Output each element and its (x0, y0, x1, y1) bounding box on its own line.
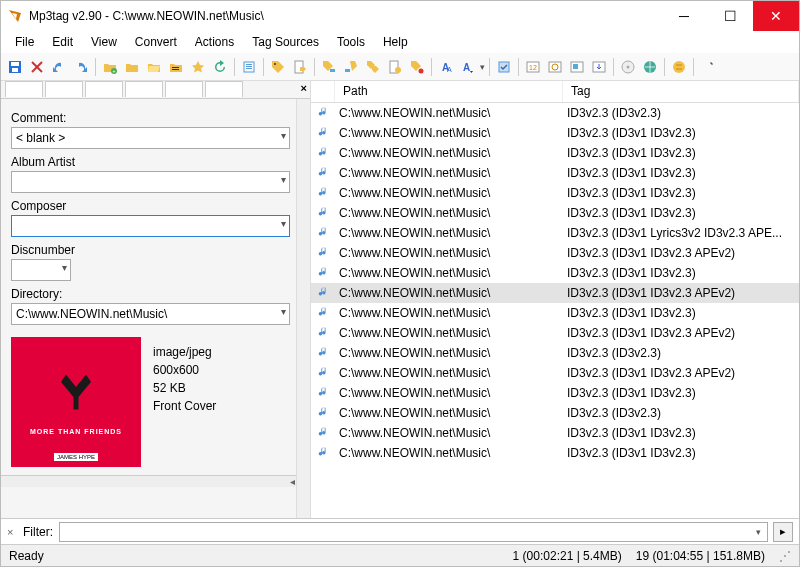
favorite-icon[interactable] (188, 57, 208, 77)
filter-input[interactable] (59, 522, 768, 542)
menu-tools[interactable]: Tools (329, 33, 373, 51)
extended-tags-icon[interactable] (494, 57, 514, 77)
actions-icon[interactable]: AA (436, 57, 456, 77)
filter-clear-icon[interactable]: × (7, 526, 17, 538)
file-row[interactable]: C:\www.NEOWIN.net\Music\ID3v2.3 (ID3v1 L… (311, 223, 799, 243)
file-row[interactable]: C:\www.NEOWIN.net\Music\ID3v2.3 (ID3v1 I… (311, 423, 799, 443)
col-path[interactable]: Path (335, 81, 563, 102)
directory-input[interactable] (11, 303, 290, 325)
tag-to-filename-icon[interactable] (319, 57, 339, 77)
music-file-icon (311, 326, 335, 341)
file-list[interactable]: C:\www.NEOWIN.net\Music\ID3v2.3 (ID3v2.3… (311, 103, 799, 518)
redo-icon[interactable] (71, 57, 91, 77)
file-row[interactable]: C:\www.NEOWIN.net\Music\ID3v2.3 (ID3v1 I… (311, 363, 799, 383)
playlist-icon[interactable] (166, 57, 186, 77)
file-row[interactable]: C:\www.NEOWIN.net\Music\ID3v2.3 (ID3v1 I… (311, 323, 799, 343)
file-row[interactable]: C:\www.NEOWIN.net\Music\ID3v2.3 (ID3v2.3… (311, 343, 799, 363)
minimize-button[interactable]: ─ (661, 1, 707, 31)
file-row[interactable]: C:\www.NEOWIN.net\Music\ID3v2.3 (ID3v1 I… (311, 443, 799, 463)
panel-scrollbar[interactable] (296, 99, 310, 518)
save-icon[interactable] (5, 57, 25, 77)
album-art[interactable]: MORE THAN FRIENDS JAMES HYPE (11, 337, 141, 467)
filename-to-tag-icon[interactable] (341, 57, 361, 77)
disc-icon[interactable] (618, 57, 638, 77)
file-tag: ID3v2.3 (ID3v1 ID3v2.3 APEv2) (563, 326, 799, 340)
chevron-down-icon[interactable]: ▾ (281, 218, 286, 229)
menu-file[interactable]: File (7, 33, 42, 51)
menu-actions[interactable]: Actions (187, 33, 242, 51)
file-row[interactable]: C:\www.NEOWIN.net\Music\ID3v2.3 (ID3v1 I… (311, 123, 799, 143)
delete-icon[interactable] (27, 57, 47, 77)
folder-icon[interactable] (122, 57, 142, 77)
chevron-down-icon[interactable]: ▾ (756, 527, 761, 537)
file-path: C:\www.NEOWIN.net\Music\ (335, 386, 563, 400)
file-path: C:\www.NEOWIN.net\Music\ (335, 206, 563, 220)
chevron-down-icon[interactable]: ▾ (62, 262, 67, 273)
col-tag[interactable]: Tag (563, 81, 799, 102)
web-icon[interactable] (669, 57, 689, 77)
menu-convert[interactable]: Convert (127, 33, 185, 51)
album-artist-input[interactable] (11, 171, 290, 193)
file-tag: ID3v2.3 (ID3v1 ID3v2.3) (563, 126, 799, 140)
panel-tab[interactable] (165, 81, 203, 97)
panel-tab[interactable] (125, 81, 163, 97)
export-tag-icon[interactable] (407, 57, 427, 77)
menu-tag-sources[interactable]: Tag Sources (244, 33, 327, 51)
settings-icon[interactable] (698, 57, 718, 77)
album-art-artist: JAMES HYPE (54, 453, 98, 461)
file-path: C:\www.NEOWIN.net\Music\ (335, 186, 563, 200)
file-row[interactable]: C:\www.NEOWIN.net\Music\ID3v2.3 (ID3v1 I… (311, 243, 799, 263)
menu-edit[interactable]: Edit (44, 33, 81, 51)
file-row[interactable]: C:\www.NEOWIN.net\Music\ID3v2.3 (ID3v1 I… (311, 203, 799, 223)
folder-add-icon[interactable]: + (100, 57, 120, 77)
refresh-icon[interactable] (210, 57, 230, 77)
music-file-icon (311, 146, 335, 161)
file-row[interactable]: C:\www.NEOWIN.net\Music\ID3v2.3 (ID3v1 I… (311, 143, 799, 163)
col-icon[interactable] (311, 81, 335, 102)
discnumber-wizard-icon[interactable] (545, 57, 565, 77)
panel-close-icon[interactable]: × (301, 81, 307, 95)
chevron-down-icon[interactable]: ▾ (281, 130, 286, 141)
quick-actions-icon[interactable]: A (458, 57, 478, 77)
select-all-icon[interactable] (239, 57, 259, 77)
close-button[interactable]: ✕ (753, 1, 799, 31)
folder-open-icon[interactable] (144, 57, 164, 77)
export-icon[interactable] (589, 57, 609, 77)
file-row[interactable]: C:\www.NEOWIN.net\Music\ID3v2.3 (ID3v1 I… (311, 163, 799, 183)
file-row[interactable]: C:\www.NEOWIN.net\Music\ID3v2.3 (ID3v1 I… (311, 183, 799, 203)
maximize-button[interactable]: ☐ (707, 1, 753, 31)
composer-input[interactable] (11, 215, 290, 237)
svg-rect-10 (246, 64, 252, 65)
file-row[interactable]: C:\www.NEOWIN.net\Music\ID3v2.3 (ID3v2.3… (311, 403, 799, 423)
file-row[interactable]: C:\www.NEOWIN.net\Music\ID3v2.3 (ID3v2.3… (311, 103, 799, 123)
file-path: C:\www.NEOWIN.net\Music\ (335, 246, 563, 260)
file-row[interactable]: C:\www.NEOWIN.net\Music\ID3v2.3 (ID3v1 I… (311, 263, 799, 283)
music-file-icon (311, 346, 335, 361)
chevron-down-icon[interactable]: ▾ (281, 306, 286, 317)
menu-view[interactable]: View (83, 33, 125, 51)
file-row[interactable]: C:\www.NEOWIN.net\Music\ID3v2.3 (ID3v1 I… (311, 283, 799, 303)
tag-to-tag-icon[interactable] (363, 57, 383, 77)
tag-file-icon[interactable] (268, 57, 288, 77)
file-tag-icon[interactable] (290, 57, 310, 77)
file-row[interactable]: C:\www.NEOWIN.net\Music\ID3v2.3 (ID3v1 I… (311, 383, 799, 403)
comment-input[interactable] (11, 127, 290, 149)
panel-tab[interactable] (205, 81, 243, 97)
filter-apply-button[interactable]: ▸ (773, 522, 793, 542)
chevron-down-icon[interactable]: ▾ (281, 174, 286, 185)
panel-tab[interactable] (85, 81, 123, 97)
panel-tab[interactable] (5, 81, 43, 97)
file-tag: ID3v2.3 (ID3v1 ID3v2.3) (563, 146, 799, 160)
album-artist-label: Album Artist (11, 155, 290, 169)
file-row[interactable]: C:\www.NEOWIN.net\Music\ID3v2.3 (ID3v1 I… (311, 303, 799, 323)
text-file-icon[interactable] (385, 57, 405, 77)
menu-help[interactable]: Help (375, 33, 416, 51)
file-list-panel: Path Tag C:\www.NEOWIN.net\Music\ID3v2.3… (311, 81, 799, 518)
panel-tab[interactable] (45, 81, 83, 97)
undo-icon[interactable] (49, 57, 69, 77)
resize-grip-icon[interactable]: ⋰ (779, 549, 791, 563)
file-tag: ID3v2.3 (ID3v2.3) (563, 106, 799, 120)
web-source-icon[interactable] (640, 57, 660, 77)
autonumber-icon[interactable]: 12 (523, 57, 543, 77)
cover-wizard-icon[interactable] (567, 57, 587, 77)
